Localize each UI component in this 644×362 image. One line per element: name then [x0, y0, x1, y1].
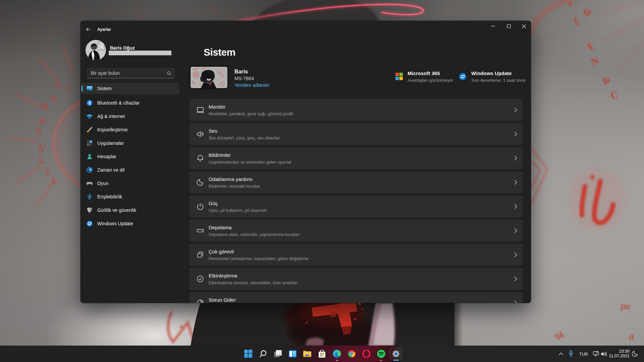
svg-text:Ν: Ν	[589, 54, 601, 67]
svg-text:ζ: ζ	[36, 154, 44, 165]
svg-text:Y: Y	[34, 125, 44, 138]
svg-text:ψ: ψ	[582, 4, 593, 18]
svg-text:ζ: ζ	[133, 6, 141, 19]
svg-text:Θ: Θ	[38, 116, 46, 126]
svg-text:C: C	[609, 88, 619, 101]
svg-text:με: με	[620, 299, 632, 312]
svg-text:ж: ж	[49, 92, 60, 104]
svg-text:ηk: ηk	[554, 329, 565, 341]
svg-text:φ: φ	[601, 72, 611, 86]
svg-text:ц: ц	[209, 4, 217, 15]
svg-text:ς: ς	[228, 9, 234, 21]
svg-text:ς: ς	[65, 82, 73, 92]
svg-text:N: N	[36, 141, 46, 154]
svg-text:ϑ: ϑ	[41, 101, 49, 113]
svg-text:ϑ: ϑ	[629, 333, 634, 342]
svg-text:ξ: ξ	[573, 16, 580, 27]
